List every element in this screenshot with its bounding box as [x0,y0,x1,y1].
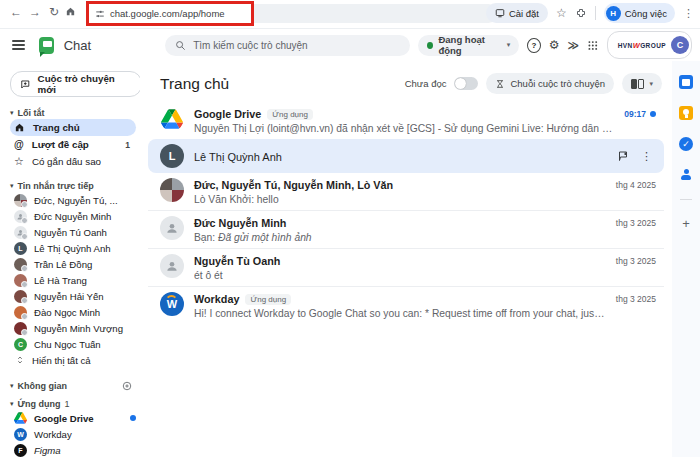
sidebar-item-mentions[interactable]: @ Lượt đề cập 1 [10,136,136,153]
message-preview: Lò Văn Khởi: hello [194,194,606,205]
avatar: L [14,242,27,255]
reload-icon[interactable]: ↻ [46,5,62,19]
collapse-icon: ▾ [10,109,14,117]
presence-badge [21,217,28,224]
timestamp: 09:17 [624,109,646,119]
create-space-icon[interactable] [122,381,132,391]
conversation-name: Workday [194,293,239,305]
unread-toggle[interactable] [454,77,478,90]
threads-icon [495,79,505,89]
conversation-row[interactable]: Đức, Nguyễn Tú, Nguyễn Minh, Lò Văn Lò V… [148,173,664,210]
account-chip[interactable]: HVNWGROUP C [607,31,692,59]
timestamp: thg 4 2025 [616,180,656,190]
dm-item[interactable]: Nguyễn Minh Vượng [10,320,136,336]
dm-item[interactable]: Đào Ngọc Minh [10,304,136,320]
unread-dot [130,415,136,421]
tasks-icon[interactable]: ✓ [679,137,693,151]
view-toggle-chip[interactable]: ▾ [622,73,662,94]
user-avatar[interactable]: C [671,36,689,54]
google-drive-icon [14,412,27,424]
url-text[interactable]: chat.google.com/app/home [110,8,225,19]
browser-profile-chip[interactable]: H Công việc [604,3,675,23]
presence-badge [21,297,28,304]
help-icon[interactable]: ? [527,38,541,53]
fast-forward-icon[interactable]: ≫ [568,40,580,51]
conversation-name: Google Drive [194,108,261,120]
sidebar-item-home[interactable]: Trang chủ [10,119,136,136]
message-preview: Bạn: Đã gửi một hình ảnh [194,232,606,243]
conversation-row[interactable]: Google Drive Ứng dụng Nguyễn Thị Lợi (lo… [148,102,664,139]
set-default-button[interactable]: Cài đặt [486,3,548,23]
dm-item[interactable]: LLê Thị Quỳnh Anh [10,240,136,256]
main-menu-icon[interactable] [12,40,25,50]
dm-item[interactable]: Nguyễn Tú Oanh [10,224,136,240]
back-icon[interactable]: ← [8,5,24,19]
url-annotation-box: chat.google.com/app/home [86,1,254,26]
avatar [160,254,184,278]
spaces-header[interactable]: ▾Không gian [10,379,136,392]
home-icon [14,122,25,133]
site-settings-icon[interactable] [95,9,105,19]
apps-header[interactable]: ▾Ứng dụng 1 [10,397,136,410]
message-preview: Nguyễn Thị Lợi (loint@hvn.vn) đã nhận xé… [194,123,614,134]
dm-item[interactable]: Đức Nguyễn Minh [10,208,136,224]
avatar [14,290,27,303]
forward-icon[interactable]: → [27,5,43,19]
search-input[interactable]: Tìm kiếm cuộc trò chuyện [165,35,410,56]
timestamp: thg 3 2025 [616,294,656,304]
app-badge: Ứng dụng [245,294,291,305]
org-logo: HVNWGROUP [618,41,666,50]
split-view-icon [631,79,645,89]
conversation-name: Lê Thị Quỳnh Anh [194,151,282,163]
dm-item[interactable]: Lê Hà Trang [10,272,136,288]
settings-gear-icon[interactable]: ⚙ [549,39,560,51]
unread-count-badge: 1 [125,140,130,150]
collapse-icon: ▾ [10,400,14,408]
app-item-figma[interactable]: FFigma [10,442,136,457]
unfold-icon [15,355,25,365]
sidebar-item-label: Có gắn dấu sao [32,156,101,167]
app-item-workday[interactable]: WWorkday [10,426,136,442]
dm-item[interactable]: Nguyễn Hải Yến [10,288,136,304]
apps-count-badge: 1 [64,399,69,409]
conversation-row[interactable]: W Workday Ứng dụng Hi! I connect Workday… [148,286,664,324]
add-addon-icon[interactable]: + [682,217,690,230]
app-item-drive[interactable]: Google Drive [10,410,136,426]
browser-home-icon[interactable] [65,6,81,17]
rail-divider [680,199,692,200]
workday-arc [165,295,178,308]
conversation-row[interactable]: Đức Nguyễn Minh Bạn: Đã gửi một hình ảnh… [148,210,664,248]
settings-prompt-icon [495,8,505,18]
new-chat-button[interactable]: Cuộc trò chuyện mới [10,71,142,97]
status-selector[interactable]: Đang hoạt động ▾ [418,35,519,56]
dm-header[interactable]: ▾Tin nhắn trực tiếp [10,179,136,192]
dm-item[interactable]: Trần Lê Đồng [10,256,136,272]
avatar [14,274,27,287]
mark-unread-icon[interactable] [617,150,629,162]
conversation-list: Google Drive Ứng dụng Nguyễn Thị Lợi (lo… [140,102,672,324]
sidebar-item-starred[interactable]: ☆ Có gắn dấu sao [10,153,136,170]
dm-item[interactable]: Đức, Nguyễn Tú, ... [10,192,136,208]
conversation-row[interactable]: Nguyễn Tù Oanh ét ô ét thg 3 2025 [148,248,664,286]
profile-avatar: H [606,6,621,21]
keep-icon[interactable] [679,106,693,120]
calendar-icon[interactable] [679,75,693,89]
avatar [14,226,27,239]
main-panel: Trang chủ Chưa đọc Chuỗi cuộc trò chuyện… [140,61,672,457]
show-all-button[interactable]: Hiển thị tất cả [10,352,136,368]
contacts-icon[interactable] [679,168,693,182]
threads-filter-chip[interactable]: Chuỗi cuộc trò chuyện [486,73,614,94]
conversation-row-selected[interactable]: L Lê Thị Quỳnh Anh ⋮ [148,139,664,173]
extensions-icon[interactable] [575,7,587,19]
apps-grid-icon[interactable] [587,39,599,52]
presence-badge [21,329,28,336]
browser-menu-icon[interactable]: ⋮ [683,7,694,20]
dm-item[interactable]: CChu Ngọc Tuấn [10,336,136,352]
message-preview: ét ô ét [194,270,606,281]
more-options-icon[interactable]: ⋮ [641,150,652,163]
shortcuts-header[interactable]: ▾Lối tắt [10,106,136,119]
avatar [14,210,27,223]
bookmark-star-icon[interactable]: ☆ [556,6,567,20]
google-drive-icon [160,107,184,131]
presence-badge [21,201,28,208]
